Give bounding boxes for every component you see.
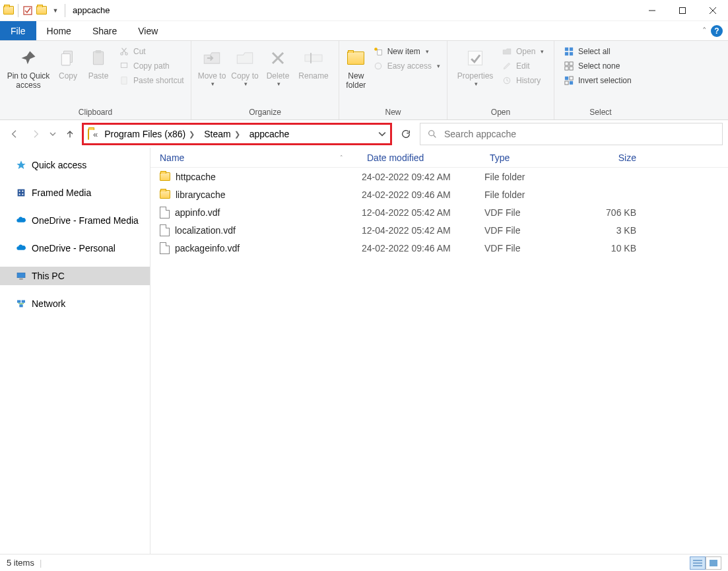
file-icon <box>160 224 170 236</box>
easy-access-icon <box>373 61 383 71</box>
cloud-icon <box>16 243 26 253</box>
cut-button[interactable]: Cut <box>116 45 187 58</box>
refresh-button[interactable] <box>395 123 417 145</box>
item-count: 5 items <box>7 558 34 568</box>
svg-rect-6 <box>61 54 70 65</box>
file-date: 12-04-2022 05:42 AM <box>362 225 484 236</box>
svg-rect-36 <box>18 189 25 197</box>
open-button[interactable]: Open▾ <box>499 45 546 58</box>
svg-rect-25 <box>570 52 573 55</box>
easy-access-button[interactable]: Easy access▾ <box>370 59 443 73</box>
sidebar-item-quick-access[interactable]: Quick access <box>0 156 150 174</box>
svg-point-17 <box>374 48 378 51</box>
svg-rect-32 <box>565 81 568 84</box>
move-to-button[interactable]: Move to▾ <box>195 44 228 90</box>
menu-home[interactable]: Home <box>36 21 82 40</box>
paste-icon <box>90 46 107 70</box>
copy-button[interactable]: Copy <box>53 44 83 83</box>
recent-locations-button[interactable] <box>48 125 58 143</box>
file-row[interactable]: localization.vdf12-04-2022 05:42 AMVDF F… <box>150 221 728 239</box>
network-icon <box>16 298 26 309</box>
file-row[interactable]: httpcache24-02-2022 09:42 AMFile folder <box>150 168 728 185</box>
properties-icon <box>466 46 484 70</box>
copy-to-button[interactable]: Copy to▾ <box>228 44 261 90</box>
breadcrumb-item[interactable]: appcache <box>247 127 292 141</box>
history-button[interactable]: History <box>499 74 546 87</box>
column-size[interactable]: Size <box>583 152 649 163</box>
qat-dropdown-icon[interactable]: ▼ <box>50 5 61 17</box>
search-input[interactable] <box>444 129 715 139</box>
column-headers: Name˄ Date modified Type Size <box>150 148 728 168</box>
large-icons-view-button[interactable] <box>706 556 721 570</box>
cloud-icon <box>16 215 26 226</box>
forward-button[interactable] <box>26 125 45 143</box>
sidebar-item-onedrive-personal[interactable]: OneDrive - Personal <box>0 239 150 257</box>
svg-rect-42 <box>19 279 22 279</box>
file-row[interactable]: packageinfo.vdf24-02-2022 09:46 AMVDF Fi… <box>150 239 728 257</box>
help-icon[interactable]: ? <box>711 25 723 37</box>
up-button[interactable] <box>61 125 79 143</box>
building-icon <box>16 187 26 198</box>
address-bar[interactable]: « Program Files (x86)❯ Steam❯ appcache <box>82 123 392 145</box>
paste-button[interactable]: Paste <box>83 44 114 83</box>
move-to-icon <box>203 46 221 70</box>
new-item-button[interactable]: New item▾ <box>370 45 443 58</box>
invert-selection-button[interactable]: Invert selection <box>561 74 634 87</box>
file-type: VDF File <box>484 225 583 236</box>
file-row[interactable]: librarycache24-02-2022 09:46 AMFile fold… <box>150 185 728 203</box>
edit-button[interactable]: Edit <box>499 59 546 73</box>
paste-shortcut-button[interactable]: Paste shortcut <box>116 74 187 87</box>
file-date: 24-02-2022 09:42 AM <box>362 172 484 182</box>
menu-bar: File Home Share View ˄ ? <box>0 21 728 41</box>
delete-icon <box>270 46 286 70</box>
details-view-button[interactable] <box>690 556 706 570</box>
rename-button[interactable]: Rename <box>294 44 333 83</box>
sidebar-item-network[interactable]: Network <box>0 294 150 313</box>
column-date[interactable]: Date modified <box>362 152 484 163</box>
svg-rect-43 <box>17 300 20 303</box>
breadcrumb-item[interactable]: Steam❯ <box>201 127 242 141</box>
collapse-ribbon-icon[interactable]: ˄ <box>702 26 707 36</box>
column-name[interactable]: Name˄ <box>150 152 362 163</box>
back-button[interactable] <box>5 125 24 143</box>
file-size: 706 KB <box>583 207 649 218</box>
select-all-button[interactable]: Select all <box>561 45 634 58</box>
svg-rect-30 <box>565 77 568 80</box>
search-box[interactable] <box>420 123 723 145</box>
sidebar-item-onedrive-framed[interactable]: OneDrive - Framed Media <box>0 211 150 230</box>
group-label-open: Open <box>447 106 554 119</box>
new-folder-button[interactable]: New folder <box>343 44 369 93</box>
svg-rect-33 <box>570 81 573 84</box>
file-row[interactable]: appinfo.vdf12-04-2022 05:42 AMVDF File70… <box>150 203 728 221</box>
qat-properties-icon[interactable] <box>22 5 34 17</box>
separator <box>18 4 18 17</box>
svg-rect-12 <box>121 77 127 84</box>
svg-point-19 <box>375 63 381 69</box>
breadcrumb-item[interactable]: Program Files (x86)❯ <box>102 127 197 141</box>
svg-rect-0 <box>24 7 32 15</box>
file-type: File folder <box>484 172 583 182</box>
svg-rect-22 <box>565 48 568 51</box>
edit-icon <box>502 61 512 71</box>
sidebar-item-framed-media[interactable]: Framed Media <box>0 184 150 202</box>
svg-rect-8 <box>96 50 102 53</box>
menu-file[interactable]: File <box>0 21 36 40</box>
qat-newfolder-icon[interactable] <box>36 5 48 17</box>
menu-share[interactable]: Share <box>82 21 127 40</box>
search-icon <box>427 129 438 139</box>
copy-icon <box>59 46 77 70</box>
pin-to-quick-access-button[interactable]: Pin to Quick access <box>4 44 53 93</box>
close-button[interactable] <box>698 0 728 21</box>
menu-view[interactable]: View <box>127 21 168 40</box>
delete-button[interactable]: Delete▾ <box>261 44 294 90</box>
file-name: localization.vdf <box>175 225 236 236</box>
properties-button[interactable]: Properties▾ <box>451 44 499 90</box>
select-none-button[interactable]: Select none <box>561 59 634 73</box>
minimize-button[interactable] <box>637 0 667 21</box>
address-dropdown-icon[interactable] <box>378 130 386 138</box>
rename-icon <box>304 46 323 70</box>
copy-path-button[interactable]: Copy path <box>116 59 187 73</box>
sidebar-item-this-pc[interactable]: This PC <box>0 267 150 285</box>
maximize-button[interactable] <box>667 0 698 21</box>
column-type[interactable]: Type <box>484 152 583 163</box>
